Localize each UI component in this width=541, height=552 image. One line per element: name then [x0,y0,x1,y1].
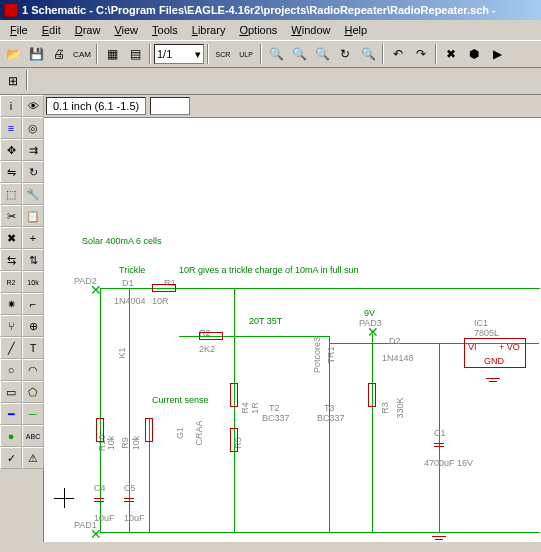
menu-window[interactable]: Window [285,22,336,38]
main-toolbar: 📂 💾 🖨 CAM ▦ ▤ 1/1 ▾ SCR ULP 🔍 🔍 🔍 ↻ 🔍 ↶ … [0,40,541,68]
miter-tool[interactable]: ⌐ [22,293,44,315]
c5-val: 10uF [124,513,145,523]
coordinate-display: 0.1 inch (6.1 -1.5) [46,97,146,115]
save-button[interactable]: 💾 [25,43,47,65]
errors-tool[interactable]: ⚠ [22,447,44,469]
zoom-value: 1/1 [157,48,172,60]
move-tool[interactable]: ✥ [0,139,22,161]
redraw-button[interactable]: ↻ [334,43,356,65]
zoom-out-button[interactable]: 🔍 [311,43,333,65]
use-button[interactable]: ⊞ [2,70,24,92]
note-solar: Solar 400mA 6 cells [82,236,162,246]
label-tool[interactable]: ABC [22,425,44,447]
r9 [145,418,153,442]
cursor-crosshair [54,488,74,508]
menu-bar: File Edit Draw View Tools Library Option… [0,20,541,40]
pad1: ✕ [90,526,100,536]
d1-val: 1N4004 [114,296,146,306]
arc-tool[interactable]: ◠ [22,359,44,381]
dropdown-icon: ▾ [195,48,201,61]
circle-tool[interactable]: ○ [0,359,22,381]
value-tool[interactable]: 10k [22,271,44,293]
g1-val: CRAA [194,420,204,445]
bus-tool[interactable]: ━ [0,403,22,425]
menu-tools[interactable]: Tools [146,22,184,38]
c4-val: 10uF [94,513,115,523]
rotate-tool[interactable]: ↻ [22,161,44,183]
r2 [199,332,223,340]
add-tool[interactable]: + [22,227,44,249]
delete-tool[interactable]: ✖ [0,227,22,249]
redo-button[interactable]: ↷ [410,43,432,65]
note-trickle: Trickle [119,265,145,275]
info-tool[interactable]: i [0,95,22,117]
junction-tool[interactable]: ● [0,425,22,447]
change-tool[interactable]: 🔧 [22,183,44,205]
text-tool[interactable]: T [22,337,44,359]
pinswap-tool[interactable]: ⇆ [0,249,22,271]
sheet-button[interactable]: ▤ [124,43,146,65]
t2-label: T2 [269,403,280,413]
wire [372,334,373,532]
ic1-label: IC1 [474,318,488,328]
cut-tool[interactable]: ✂ [0,205,22,227]
name-tool[interactable]: R2 [0,271,22,293]
app-icon [4,3,18,17]
print-button[interactable]: 🖨 [48,43,70,65]
ic1-val: 7805L [474,328,499,338]
stop-button[interactable]: ⬢ [463,43,485,65]
r3 [368,383,376,407]
gateswap-tool[interactable]: ⇅ [22,249,44,271]
smash-tool[interactable]: ✷ [0,293,22,315]
d2-label: D2 [389,336,401,346]
zoom-fit-button[interactable]: 🔍 [265,43,287,65]
undo-button[interactable]: ↶ [387,43,409,65]
schematic-canvas[interactable]: Solar 400mA 6 cells Trickle 10R gives a … [44,118,541,542]
display-tool[interactable]: ≡ [0,117,22,139]
rect-tool[interactable]: ▭ [0,381,22,403]
c5-label: C5 [124,483,136,493]
command-toolbar: ⊞ [0,68,541,95]
wire [329,336,330,532]
board-button[interactable]: ▦ [101,43,123,65]
wire-tool[interactable]: ╱ [0,337,22,359]
note-transformer: 20T 35T [249,316,282,326]
note-battery: 9V [364,308,375,318]
split-tool[interactable]: ⑂ [0,315,22,337]
erc-tool[interactable]: ✓ [0,447,22,469]
go-button[interactable]: ▶ [486,43,508,65]
tr1-val: Potcore3 [312,337,322,373]
invoke-tool[interactable]: ⊕ [22,315,44,337]
polygon-tool[interactable]: ⬠ [22,381,44,403]
cancel-button[interactable]: ✖ [440,43,462,65]
menu-edit[interactable]: Edit [36,22,67,38]
show-tool[interactable]: 👁 [22,95,44,117]
ulp-button[interactable]: ULP [235,43,257,65]
wire [129,288,130,532]
window-title: 1 Schematic - C:\Program Files\EAGLE-4.1… [22,4,496,16]
copy-tool[interactable]: ⇉ [22,139,44,161]
mark-tool[interactable]: ◎ [22,117,44,139]
open-button[interactable]: 📂 [2,43,24,65]
menu-view[interactable]: View [108,22,144,38]
menu-draw[interactable]: Draw [69,22,107,38]
menu-file[interactable]: File [4,22,34,38]
script-button[interactable]: SCR [212,43,234,65]
r10-val: 10k [106,436,116,451]
menu-help[interactable]: Help [338,22,373,38]
paste-tool[interactable]: 📋 [22,205,44,227]
menu-options[interactable]: Options [233,22,283,38]
cam-button[interactable]: CAM [71,43,93,65]
c4 [94,498,104,502]
menu-library[interactable]: Library [186,22,232,38]
r5 [230,428,238,452]
zoom-in-button[interactable]: 🔍 [288,43,310,65]
k1-label: K1 [117,347,127,358]
r4-label: R4 [240,402,250,414]
zoom-combo[interactable]: 1/1 ▾ [154,44,204,64]
r3-val: 330K [395,397,405,418]
mirror-tool[interactable]: ⇋ [0,161,22,183]
group-tool[interactable]: ⬚ [0,183,22,205]
net-tool[interactable]: ─ [22,403,44,425]
zoom-select-button[interactable]: 🔍 [357,43,379,65]
